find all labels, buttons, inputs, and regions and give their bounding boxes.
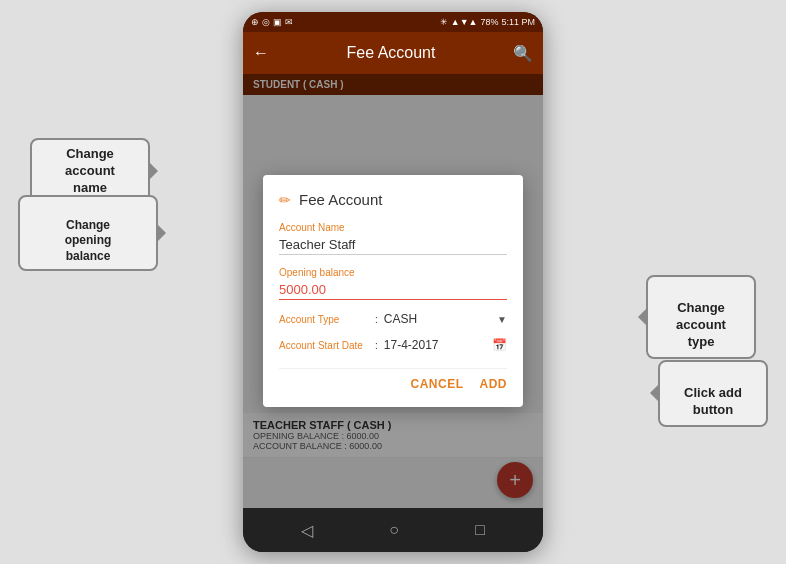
status-icons-right: ✳ ▲▼▲ 78% 5:11 PM xyxy=(440,17,535,27)
back-nav-icon[interactable]: ◁ xyxy=(301,521,313,540)
home-nav-icon[interactable]: ○ xyxy=(389,521,399,539)
bottom-bar: ◁ ○ □ xyxy=(243,508,543,552)
account-type-colon: : xyxy=(375,314,378,325)
account-name-group: Account Name xyxy=(279,222,507,255)
opening-balance-group: Opening balance xyxy=(279,267,507,300)
search-icon[interactable]: 🔍 xyxy=(513,44,533,63)
recents-nav-icon[interactable]: □ xyxy=(475,521,485,539)
dropdown-arrow-icon: ▼ xyxy=(497,314,507,325)
cancel-button[interactable]: CANCEL xyxy=(411,377,464,391)
account-start-date-row: Account Start Date : 17-4-2017 📅 xyxy=(279,338,507,352)
modal-overlay: ✏ Fee Account Account Name Opening balan… xyxy=(243,74,543,508)
account-type-value: CASH xyxy=(384,312,493,326)
opening-balance-input[interactable] xyxy=(279,280,507,300)
account-start-date-colon: : xyxy=(375,340,378,351)
screen-wrapper: Change account name Change opening balan… xyxy=(0,0,786,564)
dialog-title: Fee Account xyxy=(299,191,382,208)
status-bar: ⊕ ◎ ▣ ✉ ✳ ▲▼▲ 78% 5:11 PM xyxy=(243,12,543,32)
dialog-header: ✏ Fee Account xyxy=(279,191,507,208)
nav-bar: ← Fee Account 🔍 xyxy=(243,32,543,74)
opening-balance-label: Opening balance xyxy=(279,267,507,278)
account-start-date-value: 17-4-2017 xyxy=(384,338,486,352)
pencil-icon: ✏ xyxy=(279,192,291,208)
dialog-actions: CANCEL ADD xyxy=(279,368,507,391)
account-type-label: Account Type xyxy=(279,314,369,325)
account-name-input[interactable] xyxy=(279,235,507,255)
account-type-row: Account Type : CASH ▼ xyxy=(279,312,507,326)
nav-title: Fee Account xyxy=(279,44,503,62)
status-icons-left: ⊕ ◎ ▣ ✉ xyxy=(251,17,293,27)
list-area: STUDENT ( CASH ) ✏ Fee Account Account N… xyxy=(243,74,543,508)
back-arrow-icon[interactable]: ← xyxy=(253,44,269,62)
dialog: ✏ Fee Account Account Name Opening balan… xyxy=(263,175,523,407)
annotation-change-balance: Change opening balance xyxy=(18,195,158,271)
account-start-date-label: Account Start Date xyxy=(279,340,369,351)
account-type-select[interactable]: CASH ▼ xyxy=(384,312,507,326)
calendar-icon[interactable]: 📅 xyxy=(492,338,507,352)
phone-frame: ⊕ ◎ ▣ ✉ ✳ ▲▼▲ 78% 5:11 PM ← Fee Account … xyxy=(243,12,543,552)
annotation-change-type: Change account type xyxy=(646,275,756,359)
add-button[interactable]: ADD xyxy=(480,377,508,391)
annotation-click-add: Click add button xyxy=(658,360,768,427)
account-name-label: Account Name xyxy=(279,222,507,233)
